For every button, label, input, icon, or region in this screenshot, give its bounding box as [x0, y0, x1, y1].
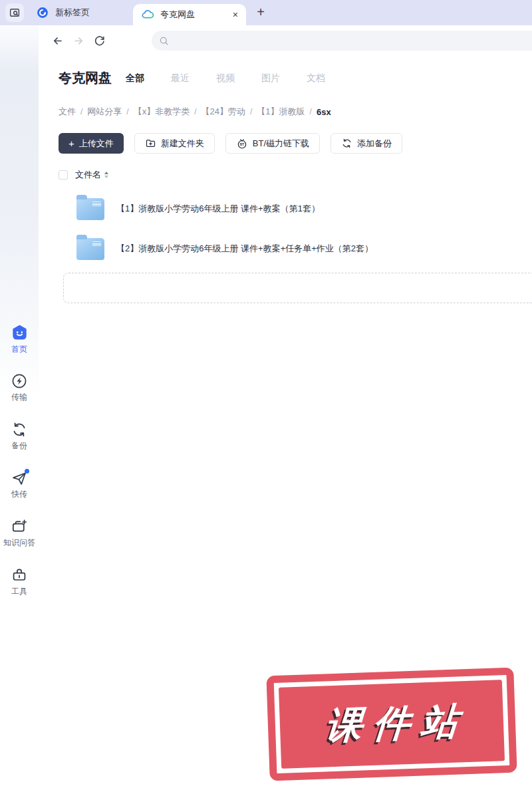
breadcrumb-separator: /: [80, 107, 82, 116]
select-all-checkbox[interactable]: [59, 170, 68, 180]
forward-icon[interactable]: [72, 34, 85, 47]
plus-icon: +: [68, 138, 74, 149]
sidebar-item-home[interactable]: 首页: [0, 324, 39, 354]
breadcrumb-current: 6sx: [317, 107, 331, 117]
stamp-text: 课件站: [313, 696, 470, 752]
knowledge-qa-icon: [10, 518, 29, 535]
tab-image[interactable]: 图片: [261, 72, 280, 84]
file-list-header: 文件名: [59, 169, 108, 181]
breadcrumb-separator: /: [194, 107, 196, 116]
stamp-background: 课件站: [279, 680, 505, 769]
window-search-icon: [9, 7, 21, 19]
breadcrumb-item[interactable]: 【1】浙教版: [257, 106, 305, 118]
filter-tabs: 全部 最近 视频 图片 文档: [126, 72, 325, 84]
address-search-bar[interactable]: [152, 31, 532, 51]
sort-icon[interactable]: [104, 172, 108, 178]
sidebar-label: 知识问答: [3, 537, 35, 549]
search-icon: [158, 35, 170, 47]
notification-dot: [25, 469, 29, 473]
browser-tab-quark[interactable]: 夸克网盘 ×: [133, 4, 246, 25]
svg-text:BT: BT: [240, 143, 245, 146]
quark-logo-icon: [36, 6, 49, 19]
browser-tabbar: 新标签页 夸克网盘 × +: [0, 0, 532, 25]
search-tabs-button[interactable]: [5, 3, 24, 22]
breadcrumb-item[interactable]: 网站分享: [87, 106, 122, 118]
breadcrumb: 文件 / 网站分享 / 【x】非教学类 / 【24】劳动 / 【1】浙教版 / …: [59, 106, 331, 118]
transfer-lightning-icon: [10, 372, 29, 390]
file-row[interactable]: 【2】浙教版小学劳动6年级上册 课件+教案+任务单+作业（第2套）: [59, 229, 524, 269]
sidebar-label: 传输: [11, 392, 27, 403]
folder-icon: [76, 238, 104, 260]
tab-label: 新标签页: [55, 7, 90, 19]
breadcrumb-separator: /: [126, 107, 128, 116]
browser-window: 新标签页 夸克网盘 × +: [0, 0, 532, 798]
upload-dropzone[interactable]: [63, 273, 532, 303]
file-name: 【2】浙教版小学劳动6年级上册 课件+教案+任务单+作业（第2套）: [116, 243, 373, 255]
new-tab-button[interactable]: +: [252, 3, 269, 21]
file-row[interactable]: 【1】浙教版小学劳动6年级上册 课件+教案（第1套）: [59, 189, 524, 229]
file-name: 【1】浙教版小学劳动6年级上册 课件+教案（第1套）: [116, 203, 320, 215]
new-folder-icon: [145, 138, 156, 149]
toolbox-icon: [10, 567, 29, 584]
folder-icon: [76, 198, 104, 220]
sidebar-item-quick-send[interactable]: 快传: [0, 469, 39, 500]
refresh-icon[interactable]: [93, 34, 106, 47]
sidebar-label: 备份: [11, 440, 27, 452]
breadcrumb-item[interactable]: 【x】非教学类: [134, 106, 190, 118]
action-toolbar: + 上传文件 新建文件夹 BT BT/磁力链下载: [59, 133, 402, 154]
sidebar-item-transfer[interactable]: 传输: [0, 372, 39, 403]
browser-navbar: [0, 25, 532, 56]
sidebar-item-tools[interactable]: 工具: [0, 567, 39, 597]
quick-send-plane-icon: [10, 469, 29, 487]
tab-recent[interactable]: 最近: [171, 72, 190, 84]
browser-tab-newtab[interactable]: 新标签页: [36, 0, 90, 25]
breadcrumb-separator: /: [250, 107, 252, 116]
watermark-stamp: 课件站: [266, 668, 517, 781]
breadcrumb-item[interactable]: 【24】劳动: [201, 106, 245, 118]
tab-video[interactable]: 视频: [216, 72, 235, 84]
close-tab-icon[interactable]: ×: [233, 9, 238, 20]
home-smiley-icon: [10, 324, 29, 342]
backup-sync-icon: [341, 138, 352, 149]
upload-file-button[interactable]: + 上传文件: [59, 133, 124, 154]
tab-label: 夸克网盘: [160, 9, 195, 21]
back-icon[interactable]: [51, 34, 64, 47]
breadcrumb-separator: /: [310, 107, 312, 116]
sidebar-label: 工具: [11, 586, 27, 597]
breadcrumb-item[interactable]: 文件: [59, 106, 76, 118]
sidebar-item-knowledge-qa[interactable]: 知识问答: [0, 518, 39, 549]
bt-download-icon: BT: [236, 138, 248, 150]
sidebar-label: 快传: [11, 489, 27, 500]
file-name-column-header: 文件名: [75, 169, 101, 181]
bt-magnet-download-button[interactable]: BT BT/磁力链下载: [225, 133, 320, 154]
add-backup-button[interactable]: 添加备份: [331, 133, 402, 154]
sidebar-item-backup[interactable]: 备份: [0, 421, 39, 452]
quark-cloud-icon: [141, 8, 154, 21]
new-folder-button[interactable]: 新建文件夹: [134, 133, 215, 154]
sidebar-label: 首页: [11, 344, 27, 355]
tab-doc[interactable]: 文档: [307, 72, 325, 84]
backup-sync-icon: [10, 421, 29, 438]
tab-all[interactable]: 全部: [126, 72, 144, 84]
page-title: 夸克网盘: [59, 69, 112, 87]
sidebar: 首页 传输: [0, 25, 39, 798]
